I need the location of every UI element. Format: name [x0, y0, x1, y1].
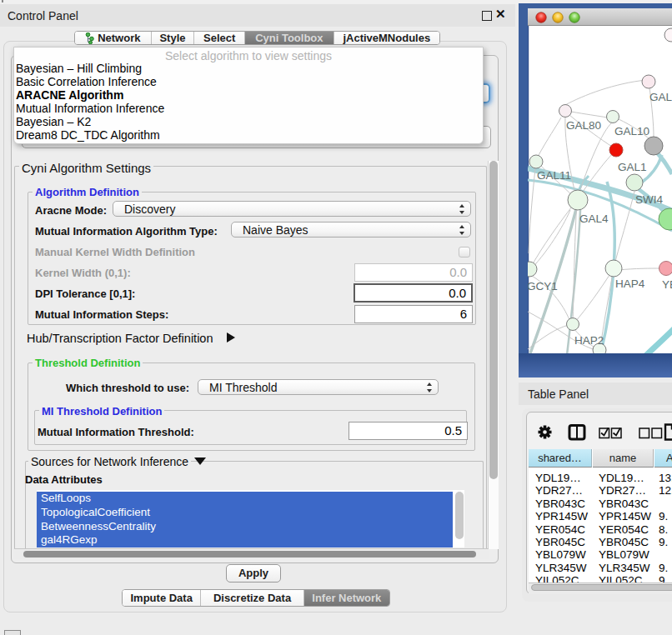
svg-text:GAL10: GAL10	[614, 125, 649, 138]
svg-text:GAL7: GAL7	[649, 91, 672, 103]
svg-text:YE: YE	[662, 278, 672, 291]
svg-text:SWI4: SWI4	[635, 193, 663, 206]
svg-text:GAL4: GAL4	[579, 212, 609, 225]
svg-text:GAL1: GAL1	[618, 161, 647, 173]
svg-text:HAP2: HAP2	[574, 334, 604, 347]
svg-text:HAP4: HAP4	[615, 278, 645, 290]
svg-text:GAL80: GAL80	[566, 119, 601, 132]
svg-text:GCY1: GCY1	[527, 280, 558, 292]
svg-text:GAL11: GAL11	[537, 169, 571, 182]
